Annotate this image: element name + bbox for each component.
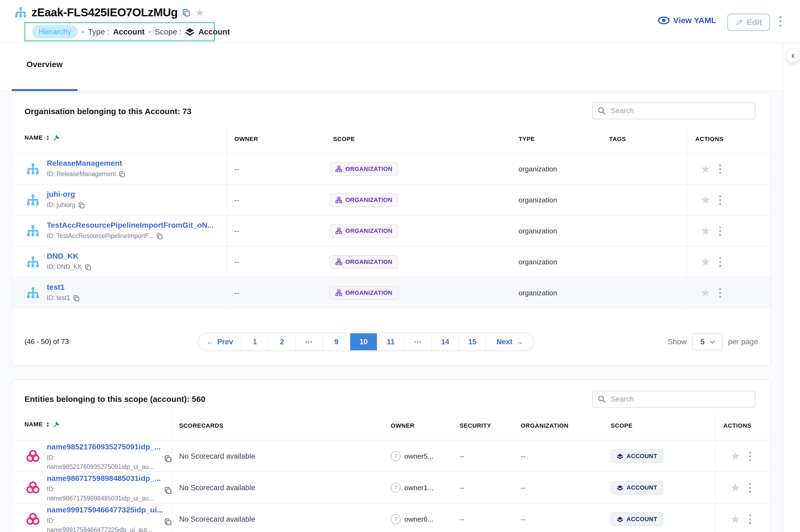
type-value: Account: [113, 27, 145, 36]
entity-name-link[interactable]: name98521760935275091idp_...: [47, 443, 161, 451]
pagination-page-button[interactable]: 9: [323, 334, 350, 350]
pin-icon[interactable]: [53, 421, 60, 428]
pagination-page-button[interactable]: 15: [458, 334, 486, 350]
table-row: DND_KK ID: DND_KK -- ORGANIZATION organi…: [12, 246, 770, 278]
copy-id-icon[interactable]: [78, 202, 85, 209]
sort-control[interactable]: ▲▼: [46, 421, 50, 428]
favorite-star-icon[interactable]: ★: [195, 7, 204, 18]
active-tab-underline: [12, 89, 77, 91]
copy-id-icon[interactable]: [156, 232, 163, 240]
copy-id-icon[interactable]: [73, 294, 80, 302]
header-more-options-button[interactable]: [779, 16, 782, 26]
entities-search-input[interactable]: [592, 391, 756, 407]
question-circle-icon: ?: [391, 483, 401, 493]
pagination-page-button[interactable]: 14: [431, 334, 458, 350]
favorite-star-icon[interactable]: ★: [701, 163, 711, 175]
column-actions: ACTIONS: [695, 136, 723, 142]
organisations-search: [592, 102, 756, 119]
page-size-select[interactable]: 5: [692, 334, 723, 350]
org-id: ID: DND_KK: [47, 263, 82, 271]
security-value: --: [459, 515, 464, 524]
pagination-page-button[interactable]: 1: [241, 334, 268, 350]
column-scope: SCOPE: [333, 136, 355, 142]
copy-id-icon[interactable]: [119, 171, 126, 178]
org-name-link[interactable]: juhi-org: [47, 190, 75, 198]
page-title: zEaak-FLS425IEO7OLzMUg: [32, 6, 178, 19]
pagination-next-button[interactable]: Next →: [486, 334, 533, 350]
pagination-page-button[interactable]: 2: [268, 334, 295, 350]
row-more-options-button[interactable]: [719, 288, 721, 298]
copy-id-icon[interactable]: [164, 455, 172, 463]
scorecards-value: No Scorecard available: [179, 515, 255, 524]
scope-badge: ORGANIZATION: [330, 255, 398, 269]
entity-knot-icon: [26, 480, 40, 494]
org-name-link[interactable]: test1: [47, 283, 65, 291]
tab-overview[interactable]: Overview: [12, 43, 77, 91]
owner-value: --: [234, 196, 239, 204]
chevron-down-icon: [710, 338, 715, 344]
per-page-label: per page: [728, 338, 758, 346]
entity-name-link[interactable]: name9991759466477325idp_ui...: [47, 506, 163, 514]
copy-id-icon[interactable]: [85, 264, 92, 271]
org-hierarchy-icon: [26, 224, 40, 238]
org-name-link[interactable]: TestAccResourcePipelineImportFromGit_oN.…: [47, 221, 214, 230]
favorite-star-icon[interactable]: ★: [701, 194, 711, 206]
entity-id-label: ID:: [47, 486, 55, 493]
owner-value: --: [234, 227, 239, 235]
favorite-star-icon[interactable]: ★: [730, 451, 741, 462]
row-more-options-button[interactable]: [719, 226, 721, 236]
scope-value: Account: [198, 27, 230, 36]
row-more-options-button[interactable]: [749, 452, 751, 461]
favorite-star-icon[interactable]: ★: [701, 225, 711, 237]
column-type: TYPE: [519, 136, 535, 142]
scorecards-value: No Scorecard available: [179, 452, 255, 460]
account-layers-icon: [617, 516, 623, 522]
pagination-ellipsis-button[interactable]: •••: [404, 334, 431, 350]
column-tags: TAGS: [609, 136, 626, 142]
row-more-options-button[interactable]: [719, 164, 721, 174]
copy-title-icon[interactable]: [182, 8, 190, 17]
table-row: ReleaseManagement ID: ReleaseManagement …: [12, 153, 770, 185]
org-id: ID: test1: [47, 294, 70, 302]
row-more-options-button[interactable]: [749, 483, 751, 493]
entity-name-link[interactable]: name98671759898485031idp_...: [47, 474, 161, 483]
security-value: --: [459, 452, 464, 460]
type-value: organization: [519, 258, 557, 266]
edit-label: Edit: [747, 18, 762, 27]
right-collapse-rail: [783, 43, 800, 532]
collapse-panel-button[interactable]: ‹: [786, 50, 799, 62]
favorite-star-icon[interactable]: ★: [701, 287, 711, 299]
org-name-link[interactable]: DND_KK: [47, 252, 78, 261]
pagination: ← Prev 1 2 ••• 9 10 11 ••• 14 15 Next →: [198, 333, 534, 351]
organization-icon: [335, 166, 342, 172]
pagination-prev-button[interactable]: ← Prev: [199, 334, 241, 350]
hierarchy-badge: Hierarchy: [32, 25, 78, 38]
entities-rows: name98521760935275091idp_... ID: name985…: [12, 440, 770, 532]
favorite-star-icon[interactable]: ★: [730, 482, 741, 493]
security-value: --: [459, 483, 464, 492]
edit-button[interactable]: Edit: [727, 14, 770, 31]
sort-control[interactable]: ▲▼: [46, 135, 50, 141]
row-more-options-button[interactable]: [719, 257, 721, 267]
row-more-options-button[interactable]: [749, 515, 751, 524]
row-more-options-button[interactable]: [719, 195, 721, 205]
pagination-page-button-active[interactable]: 10: [350, 334, 377, 350]
column-organization: ORGANIZATION: [521, 422, 568, 429]
scope-badge: ACCOUNT: [611, 512, 663, 526]
view-yaml-button[interactable]: View YAML: [658, 16, 716, 25]
page-size-control: Show 5 per page: [668, 333, 758, 351]
organisations-card: Organisation belonging to this Account: …: [12, 93, 771, 366]
organisations-search-input[interactable]: [592, 102, 756, 119]
entity-id-value: name9991759466477325idp_ui_aut...: [47, 526, 152, 532]
favorite-star-icon[interactable]: ★: [730, 514, 741, 525]
pagination-page-button[interactable]: 11: [377, 334, 404, 350]
favorite-star-icon[interactable]: ★: [701, 256, 711, 268]
chevron-left-icon: ‹: [791, 50, 795, 61]
pin-icon[interactable]: [53, 134, 60, 141]
copy-id-icon[interactable]: [164, 486, 172, 494]
org-name-link[interactable]: ReleaseManagement: [47, 159, 122, 168]
copy-id-icon[interactable]: [164, 518, 172, 526]
scorecards-value: No Scorecard available: [179, 483, 255, 492]
pagination-ellipsis-button[interactable]: •••: [295, 334, 323, 350]
owner-value: --: [234, 165, 239, 173]
